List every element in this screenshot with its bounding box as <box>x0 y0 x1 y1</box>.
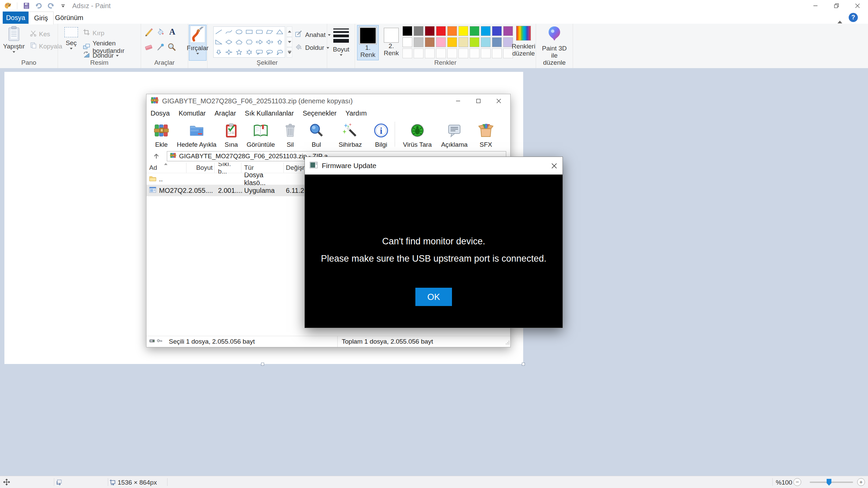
shape-rectangle[interactable] <box>244 27 254 37</box>
undo-icon[interactable] <box>34 1 44 11</box>
shape-pentagon[interactable] <box>234 37 244 47</box>
toolbar-add-button[interactable]: Ekle <box>149 120 174 148</box>
palette-empty-slot[interactable] <box>447 48 457 58</box>
shape-oval-callout[interactable] <box>264 47 275 57</box>
collapse-ribbon-icon[interactable] <box>837 15 843 20</box>
customize-toolbar-chevron-icon[interactable] <box>58 1 68 11</box>
brushes-button[interactable]: Fırçalar <box>189 25 206 61</box>
toolbar-wizard-button[interactable]: Sihirbaz <box>330 120 370 148</box>
shapes-scroll-up-icon[interactable] <box>287 26 292 37</box>
rotate-dropdown-icon[interactable] <box>116 55 119 57</box>
shape-line[interactable] <box>214 27 224 37</box>
tab-giris[interactable]: Giriş <box>28 12 54 24</box>
shape-rounded-callout[interactable] <box>254 47 264 57</box>
palette-color-7f7f7f[interactable] <box>414 26 423 36</box>
menu-yardim[interactable]: Yardım <box>346 109 367 117</box>
shape-four-point-star[interactable] <box>224 47 234 57</box>
shape-down-arrow[interactable] <box>214 47 224 57</box>
close-icon[interactable] <box>847 0 868 12</box>
toolbar-test-button[interactable]: Sına <box>219 120 243 148</box>
palette-color-ff7f27[interactable] <box>447 26 457 36</box>
shape-curve[interactable] <box>224 27 234 37</box>
help-icon[interactable]: ? <box>849 13 858 22</box>
winrar-minimize-icon[interactable] <box>448 94 468 108</box>
size-dropdown-icon[interactable] <box>340 54 342 56</box>
cut-button[interactable]: Kes <box>30 30 50 38</box>
resize-grip-icon[interactable] <box>506 339 510 346</box>
zoom-out-button[interactable]: − <box>793 478 801 486</box>
size-button[interactable]: Boyut <box>331 25 351 56</box>
toolbar-find-button[interactable]: Bul <box>302 120 330 148</box>
palette-color-ffaec9[interactable] <box>436 37 446 47</box>
restore-icon[interactable] <box>826 0 847 12</box>
zoom-in-button[interactable]: + <box>857 478 865 486</box>
palette-color-b5e61d[interactable] <box>470 37 479 47</box>
column-header-type[interactable]: Tür <box>241 163 284 173</box>
canvas-resize-handle-corner[interactable] <box>522 363 525 366</box>
toolbar-delete-button[interactable]: Sil <box>278 120 302 148</box>
palette-color-c3c3c3[interactable] <box>414 37 423 47</box>
eraser-tool-icon[interactable] <box>144 43 153 52</box>
palette-color-99d9ea[interactable] <box>481 37 491 47</box>
eyedropper-tool-icon[interactable] <box>156 43 165 52</box>
pencil-tool-icon[interactable] <box>144 28 153 37</box>
up-directory-icon[interactable] <box>151 151 162 161</box>
palette-empty-slot[interactable] <box>425 48 435 58</box>
shape-right-triangle[interactable] <box>214 37 224 47</box>
copy-button[interactable]: Kopyala <box>30 42 62 50</box>
column-header-packed[interactable]: Sıkı. b... <box>215 163 241 173</box>
rotate-button[interactable]: Döndür <box>83 51 119 60</box>
palette-color-efe4b0[interactable] <box>458 37 468 47</box>
shape-diamond[interactable] <box>224 37 234 47</box>
shape-rounded-rectangle[interactable] <box>254 27 264 37</box>
column-header-size[interactable]: Boyut <box>186 163 215 173</box>
canvas-resize-handle-bottom[interactable] <box>261 363 264 366</box>
palette-color-22b14c[interactable] <box>470 26 479 36</box>
paint3d-button[interactable]: Paint 3D ile düzenle <box>539 26 570 66</box>
shape-polygon[interactable] <box>264 27 275 37</box>
fill-tool-icon[interactable] <box>156 28 165 37</box>
shape-ellipse[interactable] <box>234 27 244 37</box>
winrar-maximize-icon[interactable] <box>468 94 489 108</box>
toolbar-view-button[interactable]: Görüntüle <box>243 120 278 148</box>
winrar-titlebar[interactable]: GIGABYTE_MO27Q28G_F06_20251103.zip (dene… <box>146 94 510 108</box>
toolbar-virus-scan-button[interactable]: Virüs Tara <box>398 120 437 148</box>
color1-button[interactable]: 1. Renk <box>357 25 379 60</box>
palette-empty-slot[interactable] <box>414 48 423 58</box>
palette-color-ffc90e[interactable] <box>447 37 457 47</box>
toolbar-sfx-button[interactable]: SFX <box>472 120 500 148</box>
shape-hexagon[interactable] <box>244 37 254 47</box>
paste-dropdown-icon[interactable] <box>13 51 15 53</box>
paste-button[interactable]: Yapıştır <box>4 26 24 53</box>
minimize-icon[interactable] <box>805 0 826 12</box>
shapes-scroll-down-icon[interactable] <box>287 37 292 47</box>
zoom-slider-thumb[interactable] <box>827 479 831 486</box>
menu-secenekler[interactable]: Seçenekler <box>303 109 337 117</box>
palette-empty-slot[interactable] <box>470 48 479 58</box>
palette-color-00a2e8[interactable] <box>481 26 491 36</box>
toolbar-extract-button[interactable]: Hedefe Ayıkla <box>174 120 219 148</box>
save-icon[interactable] <box>21 1 32 11</box>
palette-color-b97a57[interactable] <box>425 37 435 47</box>
dialog-titlebar[interactable]: Firmware Update <box>305 157 563 175</box>
shape-up-arrow[interactable] <box>275 37 285 47</box>
palette-color-880015[interactable] <box>425 26 435 36</box>
toolbar-info-button[interactable]: i Bilgi <box>370 120 392 148</box>
palette-color-3f48cc[interactable] <box>492 26 502 36</box>
ok-button[interactable]: OK <box>415 288 452 306</box>
tab-dosya[interactable]: Dosya <box>3 12 28 24</box>
text-tool-icon[interactable]: A <box>167 27 176 36</box>
tab-gorunum[interactable]: Görünüm <box>53 12 85 24</box>
menu-dosya[interactable]: Dosya <box>151 109 170 117</box>
toolbar-comment-button[interactable]: Açıklama <box>437 120 472 148</box>
palette-color-000000[interactable] <box>402 26 412 36</box>
palette-empty-slot[interactable] <box>492 48 502 58</box>
winrar-close-icon[interactable] <box>489 94 509 108</box>
dialog-close-icon[interactable] <box>546 157 563 175</box>
redo-icon[interactable] <box>46 1 56 11</box>
shape-six-point-star[interactable] <box>244 47 254 57</box>
zoom-slider-track[interactable] <box>810 482 853 483</box>
fill-button[interactable]: Doldur <box>295 43 329 53</box>
shape-left-arrow[interactable] <box>264 37 275 47</box>
select-button[interactable]: Seç <box>62 27 81 49</box>
